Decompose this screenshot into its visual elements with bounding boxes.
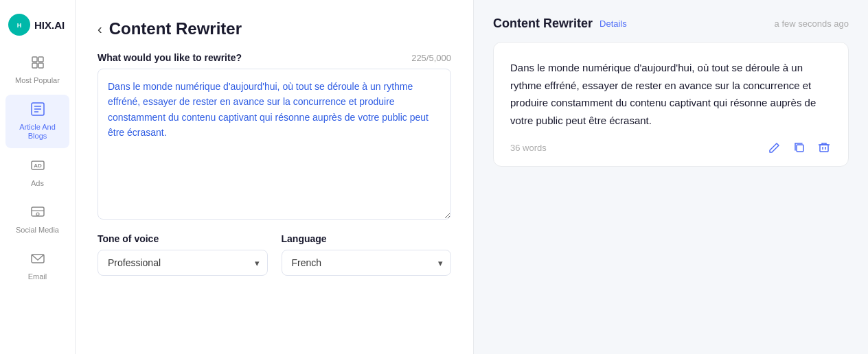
word-count: 36 words — [510, 143, 547, 153]
sidebar-item-article-and-blogs[interactable]: Article And Blogs — [5, 95, 69, 148]
language-label: Language — [282, 233, 452, 244]
input-label-row: What would you like to rewrite? 225/5,00… — [98, 52, 451, 63]
sidebar-item-social-media[interactable]: Social Media — [5, 198, 69, 241]
sidebar-item-article-label: Article And Blogs — [11, 123, 64, 141]
right-panel: Content Rewriter Details a few seconds a… — [474, 0, 868, 354]
panel-header: ‹ Content Rewriter — [98, 19, 451, 38]
details-link[interactable]: Details — [599, 19, 627, 29]
sidebar-item-email[interactable]: Email — [5, 244, 69, 288]
sidebar-item-most-popular-label: Most Popular — [15, 76, 60, 85]
sidebar-item-social-media-label: Social Media — [16, 226, 59, 235]
svg-rect-2 — [32, 57, 37, 62]
sidebar-item-most-popular[interactable]: Most Popular — [5, 48, 69, 92]
action-icons — [767, 140, 832, 155]
svg-text:H: H — [17, 22, 22, 29]
main-content: ‹ Content Rewriter What would you like t… — [76, 0, 868, 354]
right-header: Content Rewriter Details a few seconds a… — [493, 16, 849, 31]
output-footer: 36 words — [510, 140, 832, 155]
right-header-left: Content Rewriter Details — [493, 16, 627, 31]
language-option-group: Language French English Spanish ▾ — [282, 233, 452, 276]
sidebar-item-ads[interactable]: AD Ads — [5, 151, 69, 195]
svg-rect-4 — [32, 63, 37, 68]
most-popular-icon — [30, 55, 45, 73]
sidebar-item-email-label: Email — [28, 272, 47, 281]
options-section: Tone of voice Professional Casual Formal… — [98, 233, 451, 276]
article-and-blogs-icon — [30, 102, 45, 120]
sidebar-item-ads-label: Ads — [31, 179, 44, 188]
page-title: Content Rewriter — [109, 19, 242, 38]
logo-text: HIX.AI — [34, 19, 65, 31]
rewrite-textarea[interactable] — [98, 69, 451, 220]
back-button[interactable]: ‹ — [98, 22, 102, 36]
edit-button[interactable] — [767, 140, 782, 155]
svg-rect-17 — [820, 145, 828, 152]
output-text: Dans le monde numérique d'aujourd'hui, o… — [510, 59, 832, 129]
tone-dropdown[interactable]: Professional Casual Formal — [98, 250, 268, 276]
tone-label: Tone of voice — [98, 233, 268, 244]
svg-rect-3 — [38, 57, 43, 62]
svg-rect-5 — [38, 63, 43, 68]
textarea-label: What would you like to rewrite? — [98, 52, 242, 63]
svg-rect-16 — [797, 145, 803, 152]
ads-icon: AD — [30, 158, 45, 176]
right-panel-title: Content Rewriter — [493, 16, 593, 31]
logo-area: H HIX.AI — [0, 8, 75, 47]
left-panel: ‹ Content Rewriter What would you like t… — [76, 0, 474, 354]
copy-button[interactable] — [792, 140, 807, 155]
input-section: What would you like to rewrite? 225/5,00… — [98, 52, 451, 220]
svg-text:AD: AD — [34, 163, 42, 169]
logo-icon: H — [8, 14, 30, 36]
language-select-wrapper: French English Spanish ▾ — [282, 250, 452, 276]
sidebar: H HIX.AI Most Popular Article And Blogs — [0, 0, 76, 354]
char-count: 225/5,000 — [411, 53, 451, 63]
output-card: Dans le monde numérique d'aujourd'hui, o… — [493, 42, 849, 167]
delete-button[interactable] — [816, 140, 832, 155]
email-icon — [30, 251, 45, 270]
tone-option-group: Tone of voice Professional Casual Formal… — [98, 233, 268, 276]
language-dropdown[interactable]: French English Spanish — [282, 250, 452, 276]
svg-point-14 — [36, 213, 39, 215]
social-media-icon — [30, 204, 45, 223]
timestamp: a few seconds ago — [775, 19, 849, 29]
tone-select-wrapper: Professional Casual Formal ▾ — [98, 250, 268, 276]
svg-rect-12 — [32, 207, 44, 216]
